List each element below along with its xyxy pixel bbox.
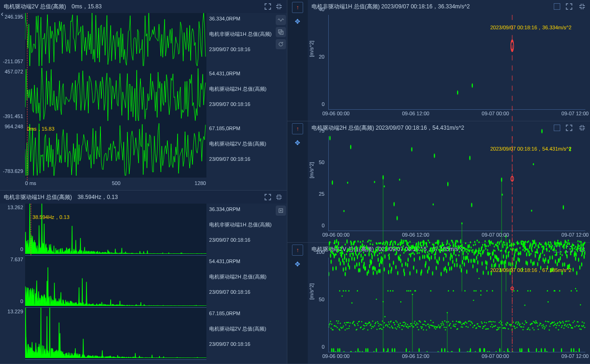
svg-point-705 [465,248,467,250]
svg-point-893 [571,246,573,248]
export-icon[interactable] [276,205,286,216]
svg-point-1009 [378,325,379,327]
spectrum-plot[interactable] [25,256,206,308]
svg-point-1367 [582,322,583,323]
spectrum-plot[interactable] [25,308,206,360]
stack-icon[interactable] [276,27,286,37]
svg-point-1027 [389,324,390,325]
trend-plot[interactable]: 2023/09/07 00:18:16，67.185m/s^2 [328,258,585,352]
svg-point-1030 [391,321,392,322]
alarm-icon[interactable]: ↑ [292,245,303,256]
svg-point-1160 [465,321,466,323]
svg-point-1280 [531,323,533,324]
svg-point-538 [371,255,373,257]
svg-point-1353 [574,320,575,322]
svg-point-1293 [539,324,540,326]
svg-point-1242 [510,325,511,327]
svg-point-711 [469,249,471,251]
svg-point-626 [420,241,422,243]
collapse-icon[interactable] [578,2,586,11]
trend-chart[interactable]: 02040[m/s^2]2023/09/07 00:18:16，36.334m/… [310,15,585,119]
svg-point-985 [364,325,365,327]
svg-point-748 [490,252,491,254]
waveform-plot[interactable] [25,13,206,68]
svg-point-645 [431,250,433,252]
svg-point-910 [581,254,583,256]
svg-point-1184 [478,325,479,327]
trend-checkbox[interactable] [554,3,560,10]
svg-point-832 [537,252,538,254]
svg-point-684 [454,250,455,251]
waveform-plot[interactable] [25,68,206,123]
svg-point-1309 [548,301,549,303]
trend-ytick: 40 [319,7,325,12]
svg-point-482 [340,252,341,254]
move-icon[interactable]: ✥ [292,258,303,270]
collapse-icon[interactable] [275,193,283,201]
alarm-icon[interactable]: ↑ [292,123,303,134]
alarm-icon[interactable]: ↑ [292,2,303,13]
expand-icon[interactable] [565,2,573,11]
svg-point-972 [358,324,359,326]
expand-icon[interactable] [264,193,272,201]
svg-point-1006 [377,329,378,330]
collapse-icon[interactable] [275,2,283,11]
waveform-cursor[interactable] [27,13,27,180]
oscilloscope-icon[interactable] [276,15,286,25]
trend-plot[interactable]: 2023/09/07 00:18:16，54.431m/s^2 [328,136,585,231]
svg-point-1014 [381,329,383,330]
svg-point-581 [396,252,398,254]
svg-point-1037 [395,327,396,329]
svg-point-899 [575,246,577,248]
spectrum-body[interactable]: 13.262038.594Hz，0.1336.334,0RPM电机非驱动端1H … [0,204,287,364]
trend-chart[interactable]: 0255075[m/s^2]2023/09/07 00:18:16，54.431… [310,136,585,240]
waveform-body[interactable]: 246.195-211.05736.334,0RPM电机非驱动端1H 总值(高频… [0,13,287,180]
expand-icon[interactable] [264,2,272,11]
svg-point-1080 [420,322,421,323]
svg-point-947 [344,322,345,324]
right-column: ↑✥电机非驱动端1H 总值(高频) 2023/09/07 00:18:16，36… [287,0,590,364]
svg-point-467 [331,250,332,251]
svg-point-563 [387,247,388,249]
svg-point-794 [516,249,517,251]
svg-point-1046 [400,301,402,303]
svg-point-1326 [558,329,559,331]
svg-point-948 [345,329,346,331]
svg-point-1327 [558,325,560,326]
svg-point-925 [332,329,334,331]
svg-point-853 [550,245,551,247]
svg-point-730 [480,250,481,252]
svg-point-827 [534,246,536,248]
spectrum-plot[interactable]: 38.594Hz，0.13 [25,204,206,256]
svg-point-934 [337,327,338,328]
svg-point-576 [393,250,394,251]
back-arrow-icon[interactable]: ‹ [1,10,3,18]
waveform-legend: 36.334,0RPM电机非驱动端1H 总值(高频)23/09/07 00:18… [206,13,276,68]
svg-point-840 [542,245,544,247]
svg-point-735 [482,244,484,245]
svg-point-494 [346,253,347,255]
trend-plot[interactable]: 2023/09/07 00:18:16，36.334m/s^2 [328,15,585,110]
svg-point-568 [389,244,391,245]
spectrum-cursor[interactable] [31,204,31,255]
svg-point-983 [363,325,365,326]
move-icon[interactable]: ✥ [292,16,303,27]
svg-point-641 [430,249,431,251]
svg-point-784 [510,248,511,250]
trend-chart[interactable]: 050100[m/s^2]2023/09/07 00:18:16，67.185m… [310,258,585,362]
svg-point-689 [457,241,458,243]
svg-point-1125 [446,321,447,323]
svg-point-1325 [557,322,559,324]
waveform-yaxis: 964.248-783.629 [0,123,25,178]
spectrum-legend-ts: 23/09/07 00:18:16 [209,236,273,244]
svg-point-1331 [561,327,562,328]
refresh-icon[interactable] [276,39,286,49]
svg-point-890 [570,253,571,255]
svg-point-763 [498,249,499,251]
svg-point-1272 [527,329,529,330]
svg-point-1123 [445,329,446,331]
waveform-plot[interactable]: 0ms，15.83 [25,123,206,178]
svg-point-837 [540,252,542,254]
move-icon[interactable]: ✥ [292,137,303,148]
svg-point-579 [395,253,396,255]
